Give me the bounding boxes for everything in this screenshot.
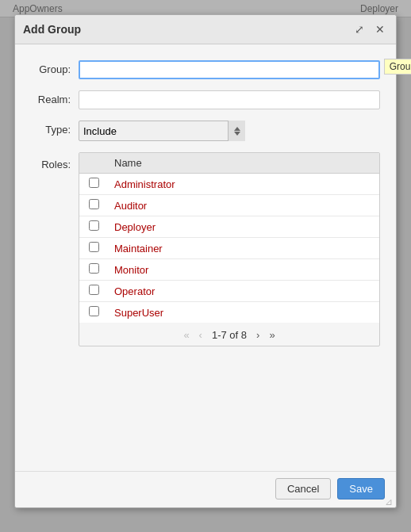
roles-label: Roles: — [31, 152, 79, 170]
role-checkbox-1[interactable] — [89, 199, 99, 209]
roles-table-body: AdministratorAuditorDeployerMaintainerMo… — [79, 174, 379, 323]
role-name-cell: Monitor — [108, 259, 379, 281]
table-row: Administrator — [79, 174, 379, 195]
role-checkbox-0[interactable] — [89, 178, 99, 188]
save-button[interactable]: Save — [337, 478, 385, 499]
roles-table: Name AdministratorAuditorDeployerMaintai… — [79, 153, 379, 323]
pagination-row: « ‹ 1-7 of 8 › » — [79, 323, 379, 346]
table-row: Deployer — [79, 216, 379, 238]
role-checkbox-2[interactable] — [89, 220, 99, 231]
roles-table-wrapper: Name AdministratorAuditorDeployerMaintai… — [79, 152, 380, 346]
realm-row: Realm: — [31, 90, 380, 109]
row-check-cell — [79, 238, 108, 259]
type-select-wrapper: Include Exclude — [79, 121, 380, 141]
next-page-btn[interactable]: › — [253, 327, 263, 343]
role-name-cell: Auditor — [108, 195, 379, 216]
table-row: Auditor — [79, 195, 379, 216]
first-page-btn[interactable]: « — [180, 327, 192, 343]
role-checkbox-3[interactable] — [89, 242, 99, 252]
modal-header: Add Group ⤢ ✕ — [15, 15, 396, 44]
realm-label: Realm: — [31, 90, 79, 105]
roles-row: Roles: Name AdministratorAuditorDeployer… — [31, 152, 380, 346]
row-check-cell — [79, 174, 108, 195]
last-page-btn[interactable]: » — [266, 327, 278, 343]
table-row: SuperUser — [79, 302, 379, 323]
modal-title: Add Group — [23, 23, 81, 36]
group-label: Group: — [31, 60, 79, 75]
add-group-modal: Add Group ⤢ ✕ Group: Group Realm: Type: — [14, 14, 397, 508]
modal-header-icons: ⤢ ✕ — [351, 21, 388, 37]
type-select-container: Include Exclude — [79, 121, 245, 141]
row-check-cell — [79, 216, 108, 238]
prev-page-btn[interactable]: ‹ — [196, 327, 206, 343]
table-row: Monitor — [79, 259, 379, 281]
role-name-cell: Administrator — [108, 174, 379, 195]
type-row: Type: Include Exclude — [31, 121, 380, 141]
realm-input-wrapper — [79, 90, 380, 109]
modal-body: Group: Group Realm: Type: Include Exclud… — [15, 44, 396, 366]
role-checkbox-4[interactable] — [89, 263, 99, 274]
role-name-cell: SuperUser — [108, 302, 379, 323]
page-info: 1-7 of 8 — [209, 329, 250, 341]
table-row: Maintainer — [79, 238, 379, 259]
group-input[interactable] — [79, 60, 380, 79]
col-check — [79, 153, 108, 174]
role-name-cell: Deployer — [108, 216, 379, 238]
group-input-wrapper: Group — [79, 60, 380, 79]
table-header-row: Name — [79, 153, 379, 174]
close-icon[interactable]: ✕ — [372, 21, 388, 37]
group-tooltip: Group — [384, 59, 411, 75]
role-checkbox-6[interactable] — [89, 306, 99, 316]
group-row: Group: Group — [31, 60, 380, 79]
role-name-cell: Maintainer — [108, 238, 379, 259]
cancel-button[interactable]: Cancel — [275, 478, 331, 499]
role-name-cell: Operator — [108, 281, 379, 302]
expand-icon[interactable]: ⤢ — [351, 21, 367, 37]
type-select[interactable]: Include Exclude — [79, 121, 245, 141]
row-check-cell — [79, 281, 108, 302]
row-check-cell — [79, 259, 108, 281]
row-check-cell — [79, 302, 108, 323]
resize-handle[interactable]: ⊿ — [385, 496, 394, 506]
table-row: Operator — [79, 281, 379, 302]
role-checkbox-5[interactable] — [89, 285, 99, 295]
modal-footer: Cancel Save — [15, 471, 396, 507]
type-label: Type: — [31, 121, 79, 136]
col-name-header: Name — [108, 153, 379, 174]
row-check-cell — [79, 195, 108, 216]
realm-input[interactable] — [79, 90, 380, 109]
